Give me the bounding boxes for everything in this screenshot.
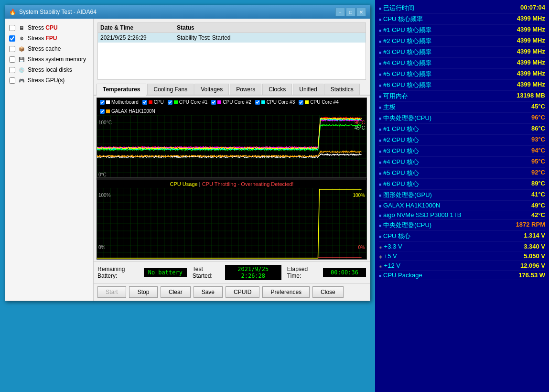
stats-panel: ■ 已运行时间 00:07:04 ■ CPU 核心频率 4399 MHz ■ #… <box>375 0 549 392</box>
log-cell-status: Stability Test: Started <box>177 34 363 41</box>
temp-chart-legend: Motherboard CPU CPU Core #1 <box>97 98 366 115</box>
stress-gpu-label: Stress GPU(s) <box>28 77 65 84</box>
sidebar-item-stress-disks[interactable]: 💿 Stress local disks <box>8 65 90 75</box>
sidebar-item-stress-cache[interactable]: 📦 Stress cache <box>8 44 90 54</box>
temp-val-45: 45°C <box>355 125 365 131</box>
tab-voltages[interactable]: Voltages <box>194 84 229 95</box>
stats-row-5v: ◈ +5 V 5.050 V <box>379 251 545 261</box>
elapsed-value: 00:00:36 <box>323 268 366 277</box>
temp-chart-val-high: 96°C 45°C <box>355 120 365 131</box>
stats-row-core6-temp: ■ #6 CPU 核心 89°C <box>379 179 545 190</box>
bullet-core5-temp: ■ <box>379 171 381 176</box>
stats-row-cpu-temp: ■ 中央处理器(CPU) 96°C <box>379 113 545 124</box>
bullet-mobo-temp: ■ <box>379 105 381 110</box>
cpu-icon: 🖥 <box>18 24 25 32</box>
buttons-bar: Start Stop Clear Save CPUID Preferences … <box>94 283 370 301</box>
stats-label-gpu-temp: ■ 图形处理器(GPU) <box>379 191 432 199</box>
cpu-canvas <box>97 188 366 260</box>
start-button[interactable]: Start <box>97 286 126 298</box>
bullet-core3-temp: ■ <box>379 149 381 154</box>
legend-galax-label: GALAX HA1K1000N <box>111 109 155 114</box>
gpu-icon: 🎮 <box>18 76 25 84</box>
stress-memory-checkbox[interactable] <box>9 56 15 63</box>
tab-unified[interactable]: Unified <box>293 84 323 95</box>
bullet-core6-temp: ■ <box>379 182 381 187</box>
cache-icon: 📦 <box>18 45 25 53</box>
legend-core1: CPU Core #1 <box>168 99 207 105</box>
stop-button[interactable]: Stop <box>129 286 158 298</box>
stats-label-core4-freq: ■ #4 CPU 核心频率 <box>379 59 431 67</box>
minimize-button[interactable]: − <box>335 8 345 16</box>
sidebar-item-stress-gpu[interactable]: 🎮 Stress GPU(s) <box>8 75 90 86</box>
bullet-cpu-fan: ■ <box>379 223 381 228</box>
close-window-button[interactable]: ✕ <box>356 8 366 16</box>
stress-cache-checkbox[interactable] <box>9 46 15 52</box>
svg-rect-1 <box>149 100 152 104</box>
disk-icon: 💿 <box>18 66 25 74</box>
legend-core4-cb[interactable] <box>299 100 303 105</box>
legend-cpu-cb[interactable] <box>142 100 147 105</box>
legend-galax-cb[interactable] <box>100 109 105 114</box>
legend-core2-label: CPU Core #2 <box>223 99 251 105</box>
stress-fpu-checkbox[interactable] <box>9 35 15 42</box>
stats-row-3v3: ◈ +3.3 V 3.340 V <box>379 242 545 251</box>
svg-rect-6 <box>106 109 110 113</box>
stress-disks-checkbox[interactable] <box>9 67 15 73</box>
stats-row-core4-temp: ■ #4 CPU 核心 95°C <box>379 157 545 168</box>
tab-temperatures[interactable]: Temperatures <box>97 84 146 96</box>
preferences-button[interactable]: Preferences <box>262 286 310 298</box>
stats-row-cpu-core-v: ■ CPU 核心 1.314 V <box>379 231 545 242</box>
cpu-val-low: 0% <box>358 245 365 250</box>
sidebar-item-stress-fpu[interactable]: ⚙ Stress FPU <box>8 33 90 44</box>
stress-gpu-checkbox[interactable] <box>9 77 15 84</box>
stats-label-cpu-package: ■ CPU Package <box>379 272 422 279</box>
stats-value-core1-freq: 4399 MHz <box>517 26 545 34</box>
maximize-button[interactable]: □ <box>346 8 355 16</box>
stats-value-cpu-package: 176.53 W <box>518 272 545 279</box>
bullet-ssd-temp: ■ <box>379 213 381 218</box>
legend-motherboard-cb[interactable] <box>100 100 105 105</box>
legend-core1-cb[interactable] <box>168 100 172 105</box>
tab-cooling-fans[interactable]: Cooling Fans <box>147 84 194 95</box>
legend-core3: CPU Core #3 <box>255 99 295 105</box>
stats-row-avail-mem: ■ 可用内存 13198 MB <box>379 91 545 102</box>
clear-button[interactable]: Clear <box>161 286 191 298</box>
stats-row-core3-freq: ■ #3 CPU 核心频率 4399 MHz <box>379 47 545 58</box>
tab-clocks[interactable]: Clocks <box>262 84 292 95</box>
close-button[interactable]: Close <box>312 286 344 298</box>
cpu-chart-container: CPU Usage | CPU Throttling - Overheating… <box>97 180 367 260</box>
stats-row-12v: ◈ +12 V 12.096 V <box>379 261 545 271</box>
legend-core3-cb[interactable] <box>255 100 260 105</box>
stats-value-12v: 12.096 V <box>520 262 545 269</box>
stress-cpu-checkbox[interactable] <box>9 25 15 31</box>
tab-statistics[interactable]: Statistics <box>324 84 360 95</box>
stats-value-core2-temp: 93°C <box>531 136 545 144</box>
tab-powers[interactable]: Powers <box>230 84 261 95</box>
bullet-core2-freq: ■ <box>379 39 381 44</box>
stats-value-core4-temp: 95°C <box>531 158 545 166</box>
cpu-chart-y-max: 100% <box>98 193 111 198</box>
legend-core4-label: CPU Core #4 <box>310 99 338 105</box>
stats-label-core3-temp: ■ #3 CPU 核心 <box>379 147 419 155</box>
cpu-chart-title: CPU Usage | CPU Throttling - Overheating… <box>97 180 366 188</box>
save-button[interactable]: Save <box>194 286 223 298</box>
bullet-core4-temp: ■ <box>379 160 381 165</box>
stats-row-cpu-freq: ■ CPU 核心频率 4399 MHz <box>379 14 545 25</box>
stats-label-5v: ◈ +5 V <box>379 252 397 260</box>
stats-row-core1-temp: ■ #1 CPU 核心 86°C <box>379 124 545 135</box>
cpuid-button[interactable]: CPUID <box>226 286 259 298</box>
stats-label-ssd-temp: ■ aigo NVMe SSD P3000 1TB <box>379 211 461 218</box>
stats-value-core1-temp: 86°C <box>531 125 545 133</box>
stats-value-ssd-temp: 42°C <box>531 211 545 218</box>
legend-core2-cb[interactable] <box>211 100 216 105</box>
stats-row-runtime: ■ 已运行时间 00:07:04 <box>379 3 545 14</box>
bullet-avail-mem: ■ <box>379 94 381 99</box>
bullet-core2-temp: ■ <box>379 138 381 143</box>
sidebar-item-stress-memory[interactable]: 💾 Stress system memory <box>8 54 90 65</box>
sidebar-item-stress-cpu[interactable]: 🖥 Stress CPU <box>8 22 90 33</box>
bullet-core4-freq: ■ <box>379 61 381 66</box>
temp-val-96: 96°C <box>355 120 365 125</box>
stats-row-core1-freq: ■ #1 CPU 核心频率 4399 MHz <box>379 25 545 36</box>
stats-label-cpu-core-v: ■ CPU 核心 <box>379 232 410 240</box>
stats-value-3v3: 3.340 V <box>524 243 545 250</box>
